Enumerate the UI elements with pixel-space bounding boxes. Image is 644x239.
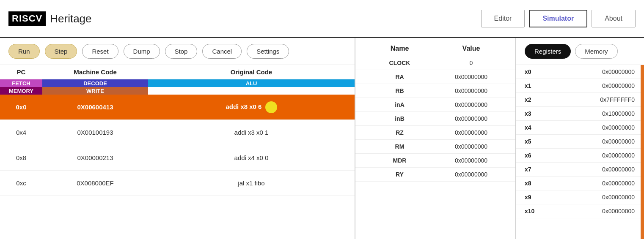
right-panel: Registers Memory x0 0x00000000 x1 0x0000… [516,38,644,239]
right-tabs: Registers Memory [516,38,644,65]
code-table: PC Machine Code Original Code FETCH DECO… [0,65,355,239]
header: RISCV Heritage Editor Simulator About [0,0,644,38]
active-dot [265,101,277,113]
list-item: inB 0x00000000 [355,112,515,126]
table-row: 0x0 0X00600413 addi x8 x0 6 [0,95,355,120]
clock-label: CLOCK [389,60,410,66]
machine-cell: 0X008000EF [42,179,148,187]
list-item: RZ 0x00000000 [355,126,515,140]
list-item: CLOCK 0 [355,56,515,70]
pc-cell: 0xc [0,179,42,187]
fetch-stage: FETCH [0,79,42,87]
step-button[interactable]: Step [45,44,77,59]
list-item: x1 0x00000000 [516,79,643,93]
list-item: RY 0x00000000 [355,168,515,182]
pc-cell: 0x0 [0,103,42,111]
clock-value: 0 [435,60,507,66]
machine-cell: 0X00000213 [42,154,148,161]
list-item: MDR 0x00000000 [355,154,515,168]
pc-header: PC [0,68,42,76]
nav-about-button[interactable]: About [592,10,636,27]
table-row: 0x8 0X00000213 addi x4 x0 0 [0,145,355,171]
pc-cell: 0x8 [0,154,42,161]
list-item: x8 0x00000000 [516,177,643,190]
list-item: x9 0x00000000 [516,190,643,204]
main-layout: Run Step Reset Dump Stop Cancel Settings… [0,38,644,239]
write-stage: WRITE [42,87,148,95]
pc-cell: 0x4 [0,129,42,136]
name-header: Name [364,45,435,52]
machine-header: Machine Code [42,68,148,76]
register-scroll-area[interactable]: x0 0x00000000 x1 0x00000000 x2 0x7FFFFFF… [516,65,644,239]
signals-rows: CLOCK 0 RA 0x00000000 RB 0x00000000 inA … [355,56,515,182]
nav-simulator-button[interactable]: Simulator [529,10,587,27]
memory-stage: MEMORY [0,87,42,95]
code-rows: 0x0 0X00600413 addi x8 x0 6 0x4 0X001001… [0,95,355,196]
list-item: RA 0x00000000 [355,70,515,84]
list-item: x2 0x7FFFFFF0 [516,93,643,107]
stop-button[interactable]: Stop [165,44,198,59]
cancel-button[interactable]: Cancel [202,44,242,59]
left-panel: Run Step Reset Dump Stop Cancel Settings… [0,38,355,239]
list-item: RM 0x00000000 [355,140,515,154]
alu-stage: ALU [148,79,355,87]
logo-text: Heritage [50,12,91,25]
list-item: inA 0x00000000 [355,98,515,112]
register-list: x0 0x00000000 x1 0x00000000 x2 0x7FFFFFF… [516,65,644,239]
table-row: 0xc 0X008000EF jal x1 fibo [0,171,355,196]
scrollbar-thumb[interactable] [641,65,644,239]
list-item: x6 0x00000000 [516,149,643,163]
list-item: x3 0x10000000 [516,107,643,121]
logo-box: RISCV [8,11,46,26]
nav-editor-button[interactable]: Editor [481,10,525,27]
list-item: x5 0x00000000 [516,135,643,149]
list-item: x10 0x00000000 [516,204,643,218]
list-item: x7 0x00000000 [516,163,643,177]
list-item: x4 0x00000000 [516,121,643,135]
pipeline-stages-row: FETCH DECODE ALU MEMORY WRITE [0,79,355,95]
middle-panel: Name Value CLOCK 0 RA 0x00000000 RB 0x00… [355,38,516,239]
machine-cell: 0X00100193 [42,129,148,136]
toolbar: Run Step Reset Dump Stop Cancel Settings [0,38,355,65]
tab-memory[interactable]: Memory [575,44,617,59]
run-button[interactable]: Run [8,44,40,59]
original-cell: addi x4 x0 0 [148,154,355,161]
list-item: RB 0x00000000 [355,84,515,98]
original-header: Original Code [148,68,355,76]
value-header: Value [435,45,507,52]
logo: RISCV Heritage [8,11,92,26]
machine-cell: 0X00600413 [42,103,148,111]
reset-button[interactable]: Reset [82,44,118,59]
settings-button[interactable]: Settings [247,44,289,59]
tab-registers[interactable]: Registers [525,44,571,59]
decode-stage: DECODE [42,79,148,87]
nav-buttons: Editor Simulator About [481,10,636,27]
right-panel-content: x0 0x00000000 x1 0x00000000 x2 0x7FFFFFF… [516,65,644,239]
signals-header: Name Value [355,38,515,56]
dump-button[interactable]: Dump [124,44,160,59]
original-cell: addi x8 x0 6 [148,101,355,113]
original-cell: addi x3 x0 1 [148,129,355,136]
table-row: 0x4 0X00100193 addi x3 x0 1 [0,120,355,145]
original-cell: jal x1 fibo [148,179,355,187]
list-item: x0 0x00000000 [516,65,643,79]
code-table-header: PC Machine Code Original Code [0,65,355,79]
